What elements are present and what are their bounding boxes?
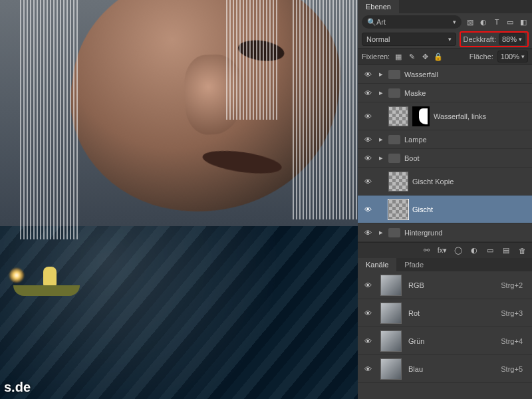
layer-row-selected[interactable]: 👁 Gischt xyxy=(358,196,532,223)
visibility-icon[interactable]: 👁 xyxy=(362,337,374,345)
canvas-preview: s.de xyxy=(0,0,358,399)
layer-row[interactable]: 👁 ▸ Hintergrund xyxy=(358,223,532,242)
chevron-down-icon: ▾ xyxy=(521,53,525,60)
lock-move-icon[interactable]: ✥ xyxy=(420,52,430,61)
fx-icon[interactable]: fx▾ xyxy=(438,246,447,255)
opacity-input[interactable]: 88% ▾ xyxy=(499,33,525,45)
layers-list: 👁 ▸ Wasserfall 👁 ▸ Maske 👁 Wasserfall, l… xyxy=(358,65,532,242)
fill-label: Fläche: xyxy=(469,53,493,61)
visibility-icon[interactable]: 👁 xyxy=(362,178,374,186)
visibility-icon[interactable]: 👁 xyxy=(362,89,374,97)
visibility-icon[interactable]: 👁 xyxy=(362,229,374,237)
adjust-icon[interactable]: ◐ xyxy=(469,246,479,255)
layer-filter-search[interactable]: 🔍 Art ▾ xyxy=(362,15,462,29)
search-label: Art xyxy=(376,18,386,26)
folder-icon xyxy=(388,88,400,98)
layers-bottom-bar: ⚯ fx▾ ◯ ◐ ▭ ▤ 🗑 xyxy=(358,242,532,258)
tab-channels[interactable]: Kanäle xyxy=(358,258,396,271)
layer-name: Gischt xyxy=(412,205,433,213)
lock-pixels-icon[interactable]: ▦ xyxy=(394,52,403,61)
mask-icon[interactable]: ◯ xyxy=(454,246,463,255)
visibility-icon[interactable]: 👁 xyxy=(362,70,374,78)
layer-row[interactable]: 👁 ▸ Wasserfall xyxy=(358,65,532,84)
disclosure-icon[interactable]: ▸ xyxy=(378,154,384,162)
layer-name: Wasserfall, links xyxy=(434,112,486,120)
folder-icon xyxy=(388,154,400,163)
filter-type-icon[interactable]: T xyxy=(492,17,501,27)
search-icon: 🔍 xyxy=(367,17,376,27)
group-icon[interactable]: ▭ xyxy=(485,246,495,255)
visibility-icon[interactable]: 👁 xyxy=(362,309,374,317)
channel-shortcut: Strg+4 xyxy=(501,337,528,345)
chevron-down-icon: ▾ xyxy=(519,36,522,43)
folder-icon xyxy=(388,135,400,144)
lock-all-icon[interactable]: 🔒 xyxy=(434,52,443,61)
layer-name: Boot xyxy=(404,154,420,162)
visibility-icon[interactable]: 👁 xyxy=(362,112,374,120)
layers-panel: Ebenen 🔍 Art ▾ ▧ ◐ T ▭ ◧ Normal ▾ Deckkr… xyxy=(358,0,532,399)
layer-thumb xyxy=(388,172,408,192)
disclosure-icon[interactable]: ▸ xyxy=(378,135,384,144)
layer-name: Maske xyxy=(404,89,426,97)
layer-thumb xyxy=(388,200,408,219)
folder-icon xyxy=(388,228,400,237)
disclosure-icon[interactable]: ▸ xyxy=(378,70,384,78)
waterfall-graphic xyxy=(226,0,279,120)
filter-adjust-icon[interactable]: ◐ xyxy=(479,17,488,27)
channel-row[interactable]: 👁 Blau Strg+5 xyxy=(358,355,532,383)
channel-row[interactable]: 👁 Grün Strg+4 xyxy=(358,327,532,355)
panel-tabs: Ebenen xyxy=(358,0,532,13)
disclosure-icon[interactable]: ▸ xyxy=(378,228,384,237)
folder-icon xyxy=(388,70,400,79)
filter-shape-icon[interactable]: ▭ xyxy=(505,17,515,27)
channel-shortcut: Strg+3 xyxy=(501,309,528,317)
channels-list: 👁 RGB Strg+2 👁 Rot Strg+3 👁 Grün Strg+4 … xyxy=(358,271,532,383)
blend-mode-select[interactable]: Normal ▾ xyxy=(362,33,456,46)
layer-row[interactable]: 👁 ▸ Boot xyxy=(358,149,532,168)
channel-name: RGB xyxy=(408,281,424,289)
layer-row[interactable]: 👁 Gischt Kopie xyxy=(358,168,532,196)
layer-thumb xyxy=(388,106,408,126)
channel-row[interactable]: 👁 Rot Strg+3 xyxy=(358,299,532,327)
link-icon[interactable]: ⚯ xyxy=(422,246,431,255)
layer-row[interactable]: 👁 Wasserfall, links xyxy=(358,102,532,130)
filter-smart-icon[interactable]: ◧ xyxy=(519,17,528,27)
visibility-icon[interactable]: 👁 xyxy=(362,281,374,289)
channel-thumb xyxy=(380,331,402,352)
new-layer-icon[interactable]: ▤ xyxy=(501,246,511,255)
opacity-highlight: Deckkraft: 88% ▾ xyxy=(460,32,528,47)
layer-mask-thumb xyxy=(412,106,430,126)
visibility-icon[interactable]: 👁 xyxy=(362,136,374,144)
fill-input[interactable]: 100% ▾ xyxy=(497,51,528,63)
tab-paths[interactable]: Pfade xyxy=(396,258,432,271)
channels-tabs: Kanäle Pfade xyxy=(358,258,532,271)
layer-name: Lampe xyxy=(404,136,427,144)
channel-thumb xyxy=(380,358,402,380)
layer-name: Wasserfall xyxy=(404,70,438,78)
layer-name: Gischt Kopie xyxy=(412,178,454,186)
channel-thumb xyxy=(380,303,402,324)
disclosure-icon[interactable]: ▸ xyxy=(378,88,384,97)
channel-shortcut: Strg+2 xyxy=(501,281,528,289)
layer-row[interactable]: 👁 ▸ Maske xyxy=(358,84,532,102)
lock-label: Fixieren: xyxy=(362,53,390,61)
delete-icon[interactable]: 🗑 xyxy=(517,246,527,255)
channel-name: Rot xyxy=(408,309,420,317)
filter-pixel-icon[interactable]: ▧ xyxy=(466,17,475,27)
tab-layers[interactable]: Ebenen xyxy=(358,0,399,13)
channel-row[interactable]: 👁 RGB Strg+2 xyxy=(358,271,532,299)
sea-graphic xyxy=(0,226,358,399)
lock-brush-icon[interactable]: ✎ xyxy=(407,52,416,61)
fill-value: 100% xyxy=(501,53,519,61)
opacity-label: Deckkraft: xyxy=(463,35,496,43)
visibility-icon[interactable]: 👁 xyxy=(362,365,374,373)
layer-row[interactable]: 👁 ▸ Lampe xyxy=(358,130,532,149)
channel-thumb xyxy=(380,275,402,296)
watermark: s.de xyxy=(4,380,31,395)
visibility-icon[interactable]: 👁 xyxy=(362,154,374,162)
waterfall-graphic xyxy=(20,0,80,239)
opacity-value: 88% xyxy=(502,35,517,43)
chevron-down-icon: ▾ xyxy=(453,19,456,25)
channel-shortcut: Strg+5 xyxy=(501,365,528,373)
visibility-icon[interactable]: 👁 xyxy=(362,205,374,213)
